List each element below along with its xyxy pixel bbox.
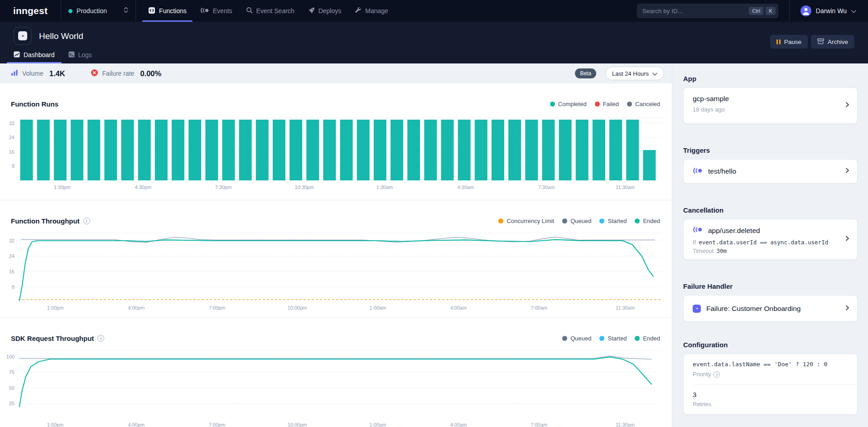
failure-handler-name: Failure: Customer Onboarding: [706, 305, 801, 313]
nav-tab-label: Deploys: [318, 7, 342, 15]
chevron-right-icon: [844, 101, 851, 110]
svg-text:50: 50: [9, 385, 14, 391]
series-ended: [19, 357, 651, 407]
event-icon: [693, 167, 703, 176]
nav-tab-functions[interactable]: Functions: [141, 0, 193, 22]
bar[interactable]: [475, 120, 487, 180]
app-card[interactable]: gcp-sample 18 days ago: [683, 87, 858, 124]
top-nav: inngest Production Functions Events Even…: [0, 0, 868, 22]
bar[interactable]: [71, 120, 83, 180]
bar[interactable]: [222, 120, 235, 180]
info-icon[interactable]: i: [83, 218, 90, 224]
svg-text:4:30pm: 4:30pm: [135, 184, 152, 190]
bar[interactable]: [104, 120, 117, 180]
svg-text:24: 24: [9, 253, 14, 259]
svg-text:1:00am: 1:00am: [370, 422, 386, 427]
tab-label: Logs: [78, 51, 92, 58]
bar[interactable]: [20, 120, 33, 180]
bar[interactable]: [559, 120, 572, 180]
bar[interactable]: [626, 120, 639, 180]
tab-dashboard[interactable]: Dashboard: [7, 46, 62, 63]
priority-expression: event.data.lastName == 'Doe' ? 120 : 0: [693, 361, 848, 368]
bar[interactable]: [441, 120, 454, 180]
nav-tab-deploys[interactable]: Deploys: [301, 0, 348, 22]
trigger-event-name: test/hello: [708, 167, 736, 175]
time-range-select[interactable]: Last 24 Hours: [605, 67, 664, 80]
bar[interactable]: [357, 120, 370, 180]
pause-button[interactable]: Pause: [770, 35, 808, 49]
bar[interactable]: [525, 120, 538, 180]
function-runs-chart: 81624321:30pm4:30pm7:30pm10:30pm1:30am4:…: [0, 113, 661, 195]
chevron-right-icon: [844, 167, 851, 176]
bar[interactable]: [172, 120, 184, 180]
bar[interactable]: [273, 120, 285, 180]
legend-item: Ended: [635, 335, 660, 342]
bar[interactable]: [87, 120, 100, 180]
user-menu[interactable]: Darwin Wu: [790, 5, 868, 16]
rocket-icon: [308, 7, 315, 15]
cancellation-card[interactable]: app/user.deleted If event.data.userId ==…: [683, 219, 858, 260]
bar[interactable]: [609, 120, 622, 180]
environment-label: Production: [77, 7, 120, 15]
function-badge-icon: ‹›: [693, 305, 701, 313]
bar[interactable]: [643, 150, 656, 180]
bar[interactable]: [407, 120, 420, 180]
function-throughput-chart: 81624321:00pm4:00pm7:00pm10:00pm1:00am4:…: [0, 230, 661, 316]
failure-handler-card[interactable]: ‹› Failure: Customer Onboarding: [683, 295, 858, 322]
bar[interactable]: [391, 120, 403, 180]
bar[interactable]: [374, 120, 386, 180]
legend-item: Started: [599, 218, 627, 224]
legend-dot: [498, 218, 503, 223]
function-runs-panel: Function Runs CompletedFailedCanceled 81…: [0, 83, 672, 200]
bar[interactable]: [323, 120, 336, 180]
nav-tab-label: Manage: [365, 7, 388, 15]
bar[interactable]: [542, 120, 555, 180]
bar[interactable]: [576, 120, 588, 180]
nav-tab-events[interactable]: Events: [193, 0, 239, 22]
header-tabs: Dashboard Logs: [7, 46, 99, 63]
nav-tab-event-search[interactable]: Event Search: [239, 0, 301, 22]
failure-rate-stat: Failure rate 0.00%: [91, 69, 162, 78]
svg-text:4:00pm: 4:00pm: [128, 305, 145, 311]
bar[interactable]: [155, 120, 168, 180]
chevron-right-icon: [844, 235, 851, 244]
bar[interactable]: [424, 120, 437, 180]
tab-logs[interactable]: Logs: [62, 46, 99, 63]
bar[interactable]: [121, 120, 134, 180]
chart-title: SDK Request Throughput: [11, 335, 94, 342]
volume-icon: [11, 69, 18, 78]
sdk-request-throughput-chart: 2550751001:00pm4:00pm7:00pm10:00pm1:00am…: [0, 348, 661, 427]
stats-bar: Volume 1.4K Failure rate 0.00% Beta Last…: [0, 63, 672, 83]
bar[interactable]: [492, 120, 504, 180]
bar[interactable]: [593, 120, 605, 180]
configuration-heading: Configuration: [683, 341, 858, 349]
svg-text:75: 75: [9, 369, 14, 375]
svg-text:32: 32: [9, 121, 14, 126]
bar[interactable]: [289, 120, 302, 180]
bar[interactable]: [256, 120, 269, 180]
svg-text:24: 24: [9, 135, 14, 140]
info-icon[interactable]: i: [97, 335, 104, 342]
bar[interactable]: [205, 120, 218, 180]
bar[interactable]: [188, 120, 201, 180]
chevron-up-down-icon: [124, 6, 128, 15]
volume-value: 1.4K: [49, 69, 65, 78]
bar[interactable]: [54, 120, 67, 180]
info-icon[interactable]: i: [714, 371, 720, 378]
bar[interactable]: [138, 120, 151, 180]
legend-dot: [627, 102, 632, 107]
search-input[interactable]: Search by ID... Ctrl K: [637, 4, 778, 18]
archive-icon: [817, 38, 824, 46]
bar[interactable]: [508, 120, 521, 180]
bar[interactable]: [306, 120, 319, 180]
legend-dot: [599, 218, 604, 223]
bar[interactable]: [340, 120, 353, 180]
nav-tab-manage[interactable]: Manage: [348, 0, 395, 22]
environment-switcher[interactable]: Production: [61, 0, 135, 22]
archive-button[interactable]: Archive: [811, 35, 854, 49]
bar[interactable]: [239, 120, 252, 180]
trigger-card[interactable]: test/hello: [683, 159, 858, 184]
bar[interactable]: [458, 120, 471, 180]
bar[interactable]: [37, 120, 50, 180]
chevron-down-icon: [652, 70, 657, 77]
